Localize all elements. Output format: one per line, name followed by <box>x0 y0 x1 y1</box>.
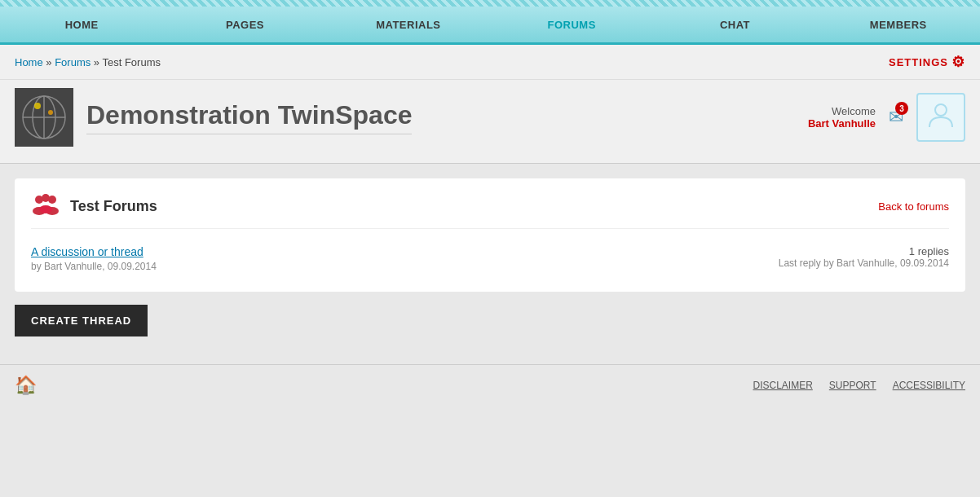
nav-item-members[interactable]: MEMBERS <box>817 7 980 42</box>
breadcrumb-current: Test Forums <box>102 56 161 68</box>
forum-card: Test Forums Back to forums A discussion … <box>15 178 965 292</box>
welcome-prefix: Welcome <box>832 105 876 117</box>
svg-point-5 <box>34 103 41 109</box>
back-to-forums-link[interactable]: Back to forums <box>878 200 949 213</box>
create-thread-button[interactable]: CREATE THREAD <box>15 305 148 336</box>
breadcrumb: Home » Forums » Test Forums <box>15 56 161 68</box>
table-row: A discussion or thread by Bart Vanhulle,… <box>31 239 949 279</box>
footer: 🏠 DISCLAIMER SUPPORT ACCESSIBILITY <box>0 364 980 406</box>
breadcrumb-bar: Home » Forums » Test Forums SETTINGS ⚙ <box>0 45 980 80</box>
settings-button[interactable]: SETTINGS ⚙ <box>889 53 965 71</box>
main-content: Test Forums Back to forums A discussion … <box>0 164 980 364</box>
nav-item-forums[interactable]: FORUMS <box>490 7 653 42</box>
svg-point-7 <box>935 104 947 116</box>
forum-header: Test Forums Back to forums <box>31 191 949 229</box>
username: Bart Vanhulle <box>808 117 876 130</box>
svg-point-13 <box>39 205 52 213</box>
breadcrumb-forums[interactable]: Forums <box>55 56 90 68</box>
welcome-text: Welcome Bart Vanhulle <box>808 105 876 130</box>
home-icon[interactable]: 🏠 <box>15 375 37 396</box>
avatar-icon <box>926 99 956 135</box>
breadcrumb-sep1: » <box>46 56 55 68</box>
svg-point-6 <box>48 110 53 115</box>
thread-title-link[interactable]: A discussion or thread <box>31 245 157 258</box>
forum-title-wrap: Test Forums <box>31 191 157 222</box>
thread-info: A discussion or thread by Bart Vanhulle,… <box>31 245 157 272</box>
site-title: Demonstration TwinSpace <box>86 100 412 134</box>
nav-item-pages[interactable]: PAGES <box>163 7 326 42</box>
avatar <box>916 93 965 142</box>
site-logo <box>15 88 73 147</box>
disclaimer-link[interactable]: DISCLAIMER <box>753 380 812 391</box>
header-left: Demonstration TwinSpace <box>15 88 412 147</box>
breadcrumb-sep2: » <box>94 56 103 68</box>
header-section: Demonstration TwinSpace Welcome Bart Van… <box>0 80 980 164</box>
nav-item-materials[interactable]: MATERIALS <box>327 7 490 42</box>
footer-links: DISCLAIMER SUPPORT ACCESSIBILITY <box>753 380 965 391</box>
header-right: Welcome Bart Vanhulle ✉ 3 <box>808 93 965 142</box>
thread-last-reply: Last reply by Bart Vanhulle, 09.09.2014 <box>779 257 949 269</box>
navigation-bar: HOMEPAGESMATERIALSFORUMSCHATMEMBERS <box>0 0 980 45</box>
thread-reply-count: 1 replies <box>779 245 949 257</box>
message-badge: 3 <box>895 102 908 115</box>
message-icon-wrap[interactable]: ✉ 3 <box>889 107 903 128</box>
thread-stats: 1 replies Last reply by Bart Vanhulle, 0… <box>779 245 949 269</box>
gear-icon: ⚙ <box>951 53 965 71</box>
accessibility-link[interactable]: ACCESSIBILITY <box>893 380 965 391</box>
forum-title: Test Forums <box>70 198 157 215</box>
support-link[interactable]: SUPPORT <box>829 380 876 391</box>
nav-item-home[interactable]: HOME <box>0 7 163 42</box>
settings-label: SETTINGS <box>889 56 948 68</box>
nav-item-chat[interactable]: CHAT <box>653 7 816 42</box>
forum-icon <box>31 191 60 222</box>
thread-author: by Bart Vanhulle, 09.09.2014 <box>31 261 157 272</box>
svg-point-10 <box>48 196 56 204</box>
breadcrumb-home[interactable]: Home <box>15 56 43 68</box>
